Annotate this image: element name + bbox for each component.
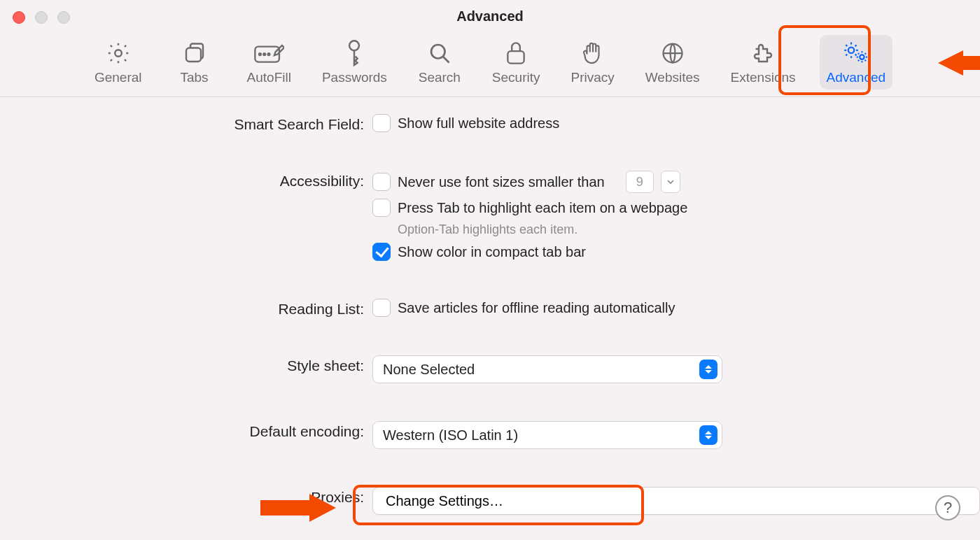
annotation-arrow-icon <box>938 50 963 76</box>
color-tab-checkbox-row[interactable]: Show color in compact tab bar <box>372 243 980 261</box>
checkbox-unchecked-icon[interactable] <box>372 199 391 217</box>
tab-label: Websites <box>645 70 700 85</box>
window-zoom-button[interactable] <box>57 11 70 24</box>
tab-label: General <box>94 70 142 85</box>
svg-point-7 <box>431 45 445 59</box>
advanced-pane: Smart Search Field: Show full website ad… <box>0 97 980 540</box>
autofill-pencil-icon <box>253 39 284 67</box>
min-font-stepper[interactable] <box>661 171 680 193</box>
reading-list-label: Reading List: <box>0 299 364 318</box>
tabs-icon <box>182 39 207 67</box>
select-value: None Selected <box>383 362 475 378</box>
chevron-down-icon <box>666 178 675 185</box>
window-close-button[interactable] <box>13 11 25 24</box>
tab-label: Advanced <box>827 70 886 85</box>
tab-tabs[interactable]: Tabs <box>166 35 223 90</box>
svg-point-3 <box>259 53 261 55</box>
default-encoding-select[interactable]: Western (ISO Latin 1) <box>372 421 722 449</box>
svg-point-11 <box>860 55 864 59</box>
change-settings-button[interactable]: Change Settings… <box>372 487 980 515</box>
svg-point-0 <box>115 50 122 57</box>
tab-advanced[interactable]: Advanced <box>820 35 893 90</box>
press-tab-hint: Option-Tab highlights each item. <box>372 222 980 237</box>
tab-label: Security <box>492 70 540 85</box>
tab-autofill[interactable]: AutoFill <box>240 35 298 90</box>
help-button[interactable]: ? <box>935 495 960 520</box>
annotation-arrow-icon <box>260 494 336 522</box>
tab-passwords[interactable]: Passwords <box>315 35 394 90</box>
accessibility-label: Accessibility: <box>0 171 364 190</box>
svg-point-5 <box>268 53 270 55</box>
tab-extensions[interactable]: Extensions <box>724 35 803 90</box>
magnifier-icon <box>427 39 452 67</box>
tab-general[interactable]: General <box>88 35 149 90</box>
svg-point-4 <box>264 53 266 55</box>
checkbox-unchecked-icon[interactable] <box>372 299 391 317</box>
key-icon <box>343 39 365 67</box>
show-full-address-checkbox-row[interactable]: Show full website address <box>372 114 980 132</box>
smart-search-field-label: Smart Search Field: <box>0 114 364 133</box>
globe-icon <box>660 39 685 67</box>
tab-label: Privacy <box>570 70 614 85</box>
style-sheet-select[interactable]: None Selected <box>372 355 722 383</box>
checkbox-label: Never use font sizes smaller than <box>398 174 605 190</box>
svg-rect-1 <box>186 48 201 62</box>
default-encoding-label: Default encoding: <box>0 421 364 440</box>
tab-label: Search <box>419 70 461 85</box>
select-arrows-icon <box>699 360 718 379</box>
hand-icon <box>581 39 605 67</box>
lock-icon <box>505 39 527 67</box>
checkbox-label: Show full website address <box>398 115 559 132</box>
select-value: Western (ISO Latin 1) <box>383 427 518 443</box>
tab-label: Extensions <box>731 70 796 85</box>
tab-security[interactable]: Security <box>485 35 547 90</box>
gear-icon <box>106 39 131 67</box>
min-font-value[interactable]: 9 <box>626 171 654 193</box>
checkbox-label: Show color in compact tab bar <box>398 244 586 260</box>
checkbox-checked-icon[interactable] <box>372 243 391 261</box>
checkbox-unchecked-icon[interactable] <box>372 114 391 132</box>
gears-icon <box>841 39 871 67</box>
svg-point-6 <box>349 41 359 50</box>
svg-point-10 <box>848 48 854 53</box>
preferences-toolbar: General Tabs AutoFill Passwords Search S… <box>0 32 980 97</box>
traffic-lights <box>13 11 70 24</box>
select-arrows-icon <box>699 425 718 445</box>
offline-reading-checkbox-row[interactable]: Save articles for offline reading automa… <box>372 299 980 317</box>
tab-label: Tabs <box>180 70 208 85</box>
tab-label: Passwords <box>322 70 387 85</box>
checkbox-label: Save articles for offline reading automa… <box>398 300 676 316</box>
press-tab-checkbox-row[interactable]: Press Tab to highlight each item on a we… <box>372 199 980 217</box>
svg-rect-8 <box>508 51 524 63</box>
tab-privacy[interactable]: Privacy <box>564 35 621 90</box>
tab-search[interactable]: Search <box>411 35 468 90</box>
window-title: Advanced <box>0 0 980 32</box>
style-sheet-label: Style sheet: <box>0 355 364 374</box>
tab-websites[interactable]: Websites <box>638 35 707 90</box>
window-minimize-button[interactable] <box>35 11 48 24</box>
min-font-checkbox[interactable] <box>372 173 391 191</box>
puzzle-icon <box>750 39 776 67</box>
tab-label: AutoFill <box>247 70 291 85</box>
checkbox-label: Press Tab to highlight each item on a we… <box>398 200 687 216</box>
